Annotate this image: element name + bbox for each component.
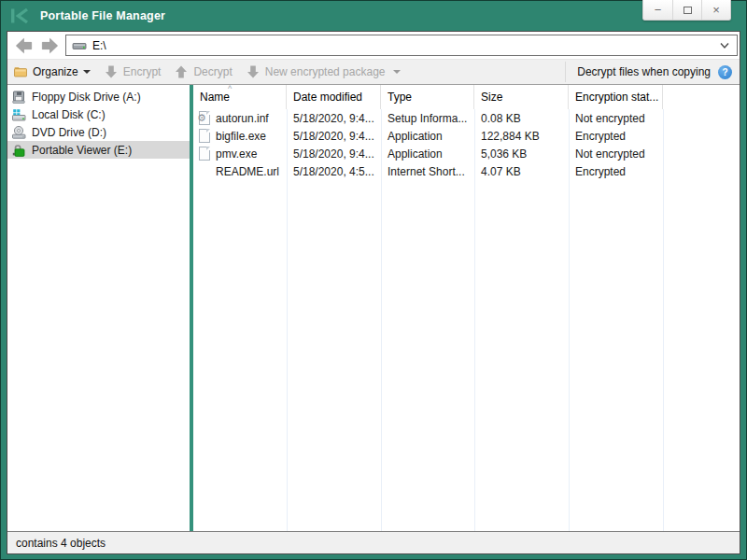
- decrypt-when-copying-label: Decrypt files when copying: [577, 65, 711, 78]
- column-header-label: Encryption stat...: [575, 91, 658, 104]
- column-gridline: [569, 109, 570, 531]
- sidebar-item-label: Floppy Disk Drive (A:): [32, 91, 141, 104]
- file-row-autorun-inf[interactable]: ⚙ autorun.inf 5/18/2020, 9:4... Setup In…: [193, 109, 740, 127]
- organize-button[interactable]: Organize: [13, 64, 91, 79]
- blank-file-icon: [197, 147, 212, 161]
- minimize-icon: −: [655, 3, 662, 17]
- floppy-drive-icon: [11, 90, 26, 105]
- decrypt-label: Decrypt: [193, 65, 232, 78]
- help-button[interactable]: ?: [718, 65, 732, 79]
- sidebar-item-portable-e[interactable]: Portable Viewer (E:): [7, 141, 190, 159]
- address-bar[interactable]: E:\: [65, 35, 738, 56]
- file-row-bigfile-exe[interactable]: bigfile.exe 5/18/2020, 9:4... Applicatio…: [193, 127, 740, 145]
- toolbar: Organize Encrypt Decrypt New encrypted: [7, 59, 740, 85]
- organize-dropdown-icon: [83, 70, 91, 74]
- back-button[interactable]: [13, 36, 34, 55]
- file-date: 5/18/2020, 9:4...: [287, 109, 381, 127]
- column-gridline: [663, 109, 664, 531]
- file-encryption-status: Not encrypted: [569, 145, 663, 162]
- sidebar-item-dvd-d[interactable]: DVD Drive (D:): [7, 123, 190, 141]
- window-controls: − ×: [642, 0, 731, 21]
- file-name: pmv.exe: [216, 147, 257, 161]
- address-value: E:\: [92, 39, 714, 52]
- local-disk-icon: [11, 107, 26, 122]
- organize-label: Organize: [33, 65, 78, 78]
- kaspersky-logo-icon: [9, 7, 30, 25]
- window-body: E:\ Organize Encrypt: [7, 31, 740, 554]
- lock-icon: [11, 143, 26, 158]
- column-gridline: [287, 109, 288, 531]
- encrypt-down-arrow-icon: [104, 64, 119, 79]
- minimize-button[interactable]: −: [643, 0, 672, 20]
- chevron-down-icon[interactable]: [720, 42, 729, 49]
- decrypt-button[interactable]: Decrypt: [174, 64, 232, 79]
- dvd-drive-icon: [11, 125, 26, 140]
- maximize-icon: [684, 7, 692, 14]
- file-size: 0.08 KB: [474, 109, 569, 127]
- file-type: Internet Short...: [381, 162, 474, 180]
- sidebar-item-label: Portable Viewer (E:): [32, 144, 132, 157]
- sidebar-item-floppy-a[interactable]: Floppy Disk Drive (A:): [7, 88, 190, 105]
- new-encrypted-package-button[interactable]: New encrypted package: [246, 64, 402, 79]
- window-title: Portable File Manager: [40, 9, 165, 22]
- column-header-encryption-status[interactable]: Encryption stat...: [569, 85, 663, 109]
- column-header-label: Date modified: [293, 91, 362, 104]
- setup-file-icon: ⚙: [197, 111, 212, 126]
- close-icon: ×: [712, 3, 720, 17]
- column-header-name[interactable]: Name ^: [193, 85, 287, 109]
- decrypt-up-arrow-icon: [174, 64, 189, 79]
- package-down-arrow-icon: [246, 64, 261, 79]
- file-size: 122,884 KB: [474, 127, 569, 145]
- main-content: Floppy Disk Drive (A:) Local Disk (C:): [7, 85, 740, 531]
- toolbar-right: Decrypt files when copying ?: [565, 62, 732, 82]
- column-header-label: Type: [388, 91, 412, 104]
- navigation-bar: E:\: [7, 32, 740, 59]
- nav-arrow-group: [9, 36, 65, 55]
- column-header-date-modified[interactable]: Date modified: [287, 85, 381, 109]
- file-row-readme-url[interactable]: README.url 5/18/2020, 4:5... Internet Sh…: [193, 162, 740, 180]
- status-text: contains 4 objects: [16, 537, 106, 550]
- file-encryption-status: Encrypted: [569, 127, 663, 145]
- sidebar-item-local-c[interactable]: Local Disk (C:): [7, 105, 190, 123]
- new-encrypted-package-label: New encrypted package: [265, 65, 386, 78]
- file-name: README.url: [216, 165, 279, 178]
- encrypt-button[interactable]: Encrypt: [104, 64, 162, 79]
- file-name: bigfile.exe: [216, 130, 266, 143]
- title-bar: Portable File Manager − ×: [7, 0, 740, 31]
- file-encryption-status: Not encrypted: [569, 109, 663, 127]
- file-size: 4.07 KB: [474, 162, 569, 180]
- blank-file-icon: [197, 129, 212, 144]
- encrypt-label: Encrypt: [123, 65, 162, 78]
- column-header-type[interactable]: Type: [381, 85, 474, 109]
- folder-icon: [13, 64, 28, 79]
- column-header-label: Size: [481, 91, 502, 104]
- sidebar-item-label: Local Disk (C:): [32, 108, 106, 121]
- file-name: autorun.inf: [216, 112, 269, 125]
- file-encryption-status: Encrypted: [569, 162, 663, 180]
- file-date: 5/18/2020, 9:4...: [287, 127, 381, 145]
- column-header-label: Name: [200, 91, 230, 104]
- back-arrow-icon: [14, 36, 34, 55]
- column-gridline: [474, 109, 475, 531]
- file-size: 5,036 KB: [474, 145, 569, 162]
- close-button[interactable]: ×: [701, 0, 730, 20]
- forward-button[interactable]: [39, 36, 60, 55]
- file-row-pmv-exe[interactable]: pmv.exe 5/18/2020, 9:4... Application 5,…: [193, 145, 740, 162]
- sidebar-item-label: DVD Drive (D:): [32, 126, 106, 139]
- file-date: 5/18/2020, 9:4...: [287, 145, 381, 162]
- toolbar-separator: [565, 62, 566, 82]
- package-dropdown-icon[interactable]: [393, 70, 401, 74]
- app-window: Portable File Manager − ×: [0, 0, 747, 560]
- file-type: Application: [381, 127, 474, 145]
- status-bar: contains 4 objects: [7, 531, 740, 553]
- file-date: 5/18/2020, 4:5...: [287, 162, 381, 180]
- column-gridline: [381, 109, 382, 531]
- file-type: Setup Informa...: [381, 109, 474, 127]
- help-icon: ?: [722, 67, 727, 77]
- column-header-size[interactable]: Size: [474, 85, 569, 109]
- drive-sidebar: Floppy Disk Drive (A:) Local Disk (C:): [7, 85, 190, 531]
- no-icon: [197, 164, 212, 179]
- file-list-header: Name ^ Date modified Type Size Encryptio…: [193, 85, 740, 109]
- drive-icon: [72, 38, 87, 53]
- maximize-button[interactable]: [672, 0, 701, 20]
